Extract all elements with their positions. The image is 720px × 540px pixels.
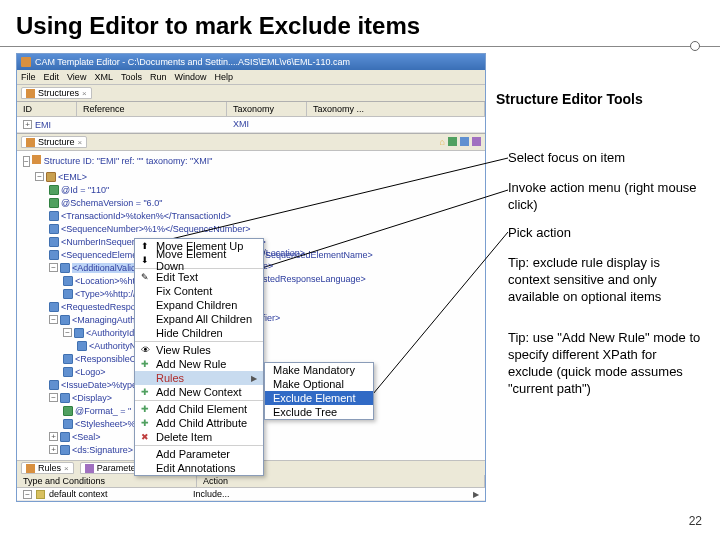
- menu-window[interactable]: Window: [174, 72, 206, 82]
- structures-tab[interactable]: Structures ×: [21, 87, 92, 99]
- cm-delete-item[interactable]: ✖Delete Item: [135, 430, 263, 444]
- rules-submenu: Make Mandatory Make Optional Exclude Ele…: [264, 362, 374, 420]
- structure-tabbar: Structure × ⌂: [17, 134, 485, 151]
- cm-add-new-rule[interactable]: ✚Add New Rule: [135, 357, 263, 371]
- annot-invoke-menu: Invoke action menu (right mouse click): [508, 180, 698, 214]
- toolbar-icon-c[interactable]: [472, 137, 481, 146]
- cm-add-child-element[interactable]: ✚Add Child Element: [135, 402, 263, 416]
- expand-icon[interactable]: +: [23, 120, 32, 129]
- parameters-icon: [85, 464, 94, 473]
- menu-tools[interactable]: Tools: [121, 72, 142, 82]
- menu-help[interactable]: Help: [214, 72, 233, 82]
- tree-fragments: </Location> pe> estedResponseLanguage> t…: [258, 248, 418, 326]
- tree-node[interactable]: <SequenceNumber>%1%</SequenceNumber>: [21, 222, 481, 235]
- cm-add-child-attribute[interactable]: ✚Add Child Attribute: [135, 416, 263, 430]
- annot-pick-action: Pick action: [508, 225, 698, 242]
- menu-xml[interactable]: XML: [94, 72, 113, 82]
- close-icon[interactable]: ×: [82, 89, 87, 98]
- annot-select-focus: Select focus on item: [508, 150, 698, 167]
- menubar: File Edit View XML Tools Run Window Help: [17, 70, 485, 85]
- context-menu: ⬆Move Element Up ⬇Move Element Down ✎Edi…: [134, 238, 264, 476]
- folder-icon: [36, 490, 45, 499]
- sub-make-mandatory[interactable]: Make Mandatory: [265, 363, 373, 377]
- rules-row[interactable]: − default context Include... ▶: [17, 488, 485, 501]
- struct-root-icon: [32, 155, 41, 164]
- annot-heading: Structure Editor Tools: [496, 90, 696, 108]
- cm-expand-all[interactable]: Expand All Children: [135, 312, 263, 326]
- rules-tab[interactable]: Rules×: [21, 462, 74, 474]
- col-taxonomy2[interactable]: Taxonomy ...: [307, 102, 485, 116]
- cm-view-rules[interactable]: 👁View Rules: [135, 343, 263, 357]
- structure-tab[interactable]: Structure ×: [21, 136, 87, 148]
- slide-title: Using Editor to mark Exclude items: [0, 0, 720, 47]
- grid-row[interactable]: +EMI XMI: [17, 117, 485, 133]
- close-icon[interactable]: ×: [78, 138, 83, 147]
- app-icon: [21, 57, 31, 67]
- titlebar: CAM Template Editor - C:\Documents and S…: [17, 54, 485, 70]
- tree-attr[interactable]: @SchemaVersion = "6.0": [21, 196, 481, 209]
- rules-grid-header: Type and Conditions Action: [17, 475, 485, 488]
- menu-file[interactable]: File: [21, 72, 36, 82]
- cm-move-down[interactable]: ⬇Move Element Down: [135, 253, 263, 267]
- rules-icon: [26, 464, 35, 473]
- structure-icon: [26, 138, 35, 147]
- col-type-conditions[interactable]: Type and Conditions: [17, 475, 197, 487]
- cm-add-new-context[interactable]: ✚Add New Context: [135, 385, 263, 399]
- tree-node[interactable]: <TransactionId>%token%</TransactionId>: [21, 209, 481, 222]
- menu-edit[interactable]: Edit: [44, 72, 60, 82]
- tree-attr[interactable]: @Id = "110": [21, 183, 481, 196]
- col-id[interactable]: ID: [17, 102, 77, 116]
- cm-edit-text[interactable]: ✎Edit Text: [135, 270, 263, 284]
- cm-add-parameter[interactable]: Add Parameter: [135, 447, 263, 461]
- grid-header: ID Reference Taxonomy Taxonomy ...: [17, 102, 485, 117]
- title-decor-dot: [690, 41, 700, 51]
- collapse-icon[interactable]: −: [23, 156, 30, 167]
- cm-edit-annotations[interactable]: Edit Annotations: [135, 461, 263, 475]
- annot-tip-exclude: Tip: exclude rule display is context sen…: [508, 255, 703, 306]
- sub-exclude-element[interactable]: Exclude Element: [265, 391, 373, 405]
- sub-exclude-tree[interactable]: Exclude Tree: [265, 405, 373, 419]
- cm-rules-submenu[interactable]: Rules▶: [135, 371, 263, 385]
- sub-make-optional[interactable]: Make Optional: [265, 377, 373, 391]
- col-reference[interactable]: Reference: [77, 102, 227, 116]
- collapse-icon[interactable]: ⌂: [440, 137, 445, 147]
- structures-icon: [26, 89, 35, 98]
- structure-root-row[interactable]: − Structure ID: "EMI" ref: "" taxonomy: …: [17, 151, 485, 170]
- annot-tip-addrule: Tip: use "Add New Rule" mode to specify …: [508, 330, 703, 398]
- cm-hide-children[interactable]: Hide Children: [135, 326, 263, 340]
- cm-fix-content[interactable]: Fix Content: [135, 284, 263, 298]
- cm-expand-children[interactable]: Expand Children: [135, 298, 263, 312]
- toolbar-icon-a[interactable]: [448, 137, 457, 146]
- window-title: CAM Template Editor - C:\Documents and S…: [35, 57, 350, 67]
- col-taxonomy[interactable]: Taxonomy: [227, 102, 307, 116]
- menu-run[interactable]: Run: [150, 72, 167, 82]
- col-action[interactable]: Action: [197, 475, 485, 487]
- tree-node[interactable]: −<EML>: [21, 170, 481, 183]
- structures-tab-bar: Structures ×: [17, 85, 485, 102]
- page-number: 22: [689, 514, 702, 528]
- menu-view[interactable]: View: [67, 72, 86, 82]
- toolbar-icon-b[interactable]: [460, 137, 469, 146]
